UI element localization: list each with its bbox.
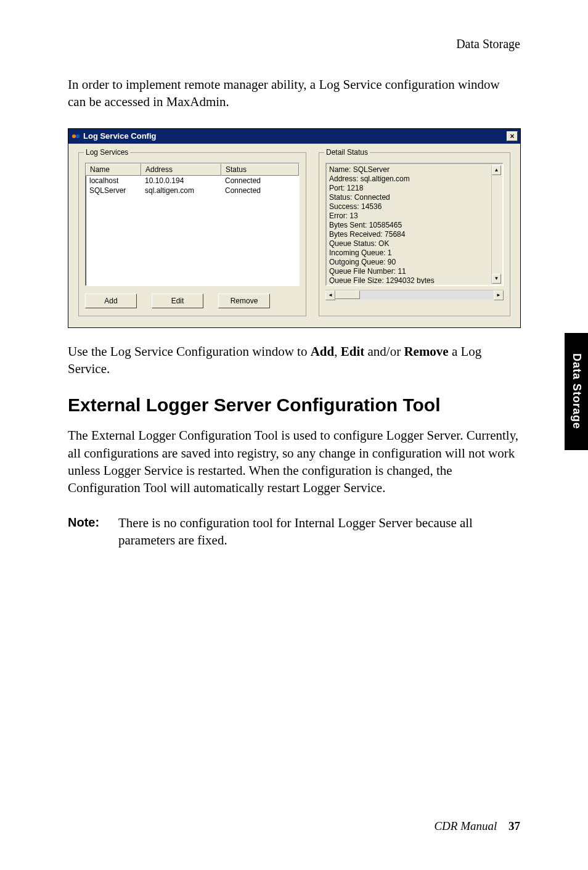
dialog-title: Log Service Config <box>83 131 507 141</box>
cell-status: Connected <box>221 176 299 185</box>
footer-book: CDR Manual <box>434 819 497 832</box>
horizontal-scrollbar[interactable]: ◄ ► <box>325 290 504 300</box>
footer-page: 37 <box>508 819 520 832</box>
vertical-scrollbar[interactable]: ▲ ▼ <box>491 165 501 284</box>
scroll-down-icon[interactable]: ▼ <box>492 274 501 284</box>
detail-status-box: Name: SQLServer Address: sql.altigen.com… <box>325 163 504 286</box>
post-dialog-paragraph: Use the Log Service Configuration window… <box>68 343 520 378</box>
log-service-config-dialog: Log Service Config × Log Services Name A… <box>68 128 521 328</box>
cell-address: sql.altigen.com <box>141 186 221 195</box>
svg-point-1 <box>76 134 80 138</box>
col-name-header[interactable]: Name <box>86 163 141 176</box>
section-body: The External Logger Configuration Tool i… <box>68 427 520 496</box>
close-icon[interactable]: × <box>507 131 518 141</box>
group-label: Detail Status <box>324 148 370 157</box>
note-text: There is no configuration tool for Inter… <box>118 514 520 549</box>
page-footer: CDR Manual 37 <box>434 819 520 833</box>
log-services-group: Log Services Name Address Status localho… <box>78 152 306 316</box>
scroll-right-icon[interactable]: ► <box>494 290 504 300</box>
col-address-header[interactable]: Address <box>141 163 221 176</box>
text: , <box>334 344 341 359</box>
list-header: Name Address Status <box>86 163 299 176</box>
app-icon <box>71 131 81 141</box>
scroll-thumb[interactable] <box>335 290 360 299</box>
add-button[interactable]: Add <box>85 293 137 308</box>
bold-add: Add <box>311 344 335 359</box>
list-row[interactable]: localhost 10.10.0.194 Connected <box>86 176 299 186</box>
text: Use the Log Service Configuration window… <box>68 344 311 359</box>
bold-remove: Remove <box>404 344 448 359</box>
note: Note: There is no configuration tool for… <box>68 514 520 549</box>
scroll-up-icon[interactable]: ▲ <box>492 165 501 175</box>
edit-button[interactable]: Edit <box>152 293 203 308</box>
detail-status-group: Detail Status Name: SQLServer Address: s… <box>319 152 510 316</box>
intro-paragraph: In order to implement remote manager abi… <box>68 76 520 111</box>
services-list[interactable]: Name Address Status localhost 10.10.0.19… <box>85 163 300 286</box>
cell-status: Connected <box>221 186 299 195</box>
cell-name: localhost <box>86 176 141 185</box>
cell-name: SQLServer <box>86 186 141 195</box>
scroll-left-icon[interactable]: ◄ <box>325 290 335 300</box>
svg-point-0 <box>72 134 76 138</box>
text: and/or <box>364 344 404 359</box>
col-status-header[interactable]: Status <box>221 163 299 176</box>
dialog-titlebar: Log Service Config × <box>68 129 520 144</box>
detail-text: Name: SQLServer Address: sql.altigen.com… <box>329 165 491 284</box>
remove-button[interactable]: Remove <box>218 293 270 308</box>
section-heading: External Logger Server Configuration Too… <box>68 395 520 416</box>
side-tab: Data Storage <box>565 333 588 450</box>
bold-edit: Edit <box>341 344 365 359</box>
note-label: Note: <box>68 514 107 531</box>
group-label: Log Services <box>84 148 130 157</box>
list-row[interactable]: SQLServer sql.altigen.com Connected <box>86 186 299 195</box>
page-header-right: Data Storage <box>68 37 520 51</box>
cell-address: 10.10.0.194 <box>141 176 221 185</box>
